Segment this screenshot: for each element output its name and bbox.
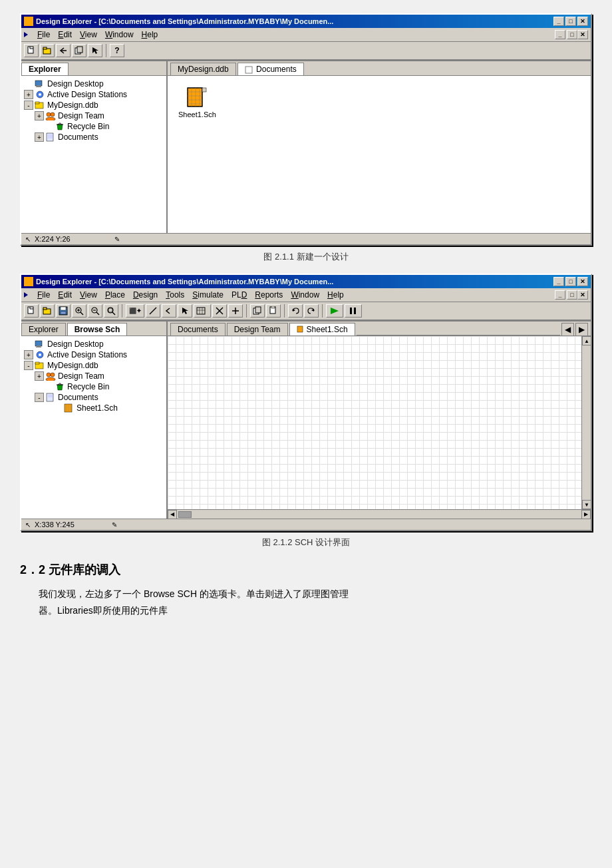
tab2-sheet1[interactable]: Sheet1.Sch xyxy=(289,323,355,335)
content-item-sheet1[interactable]: Sheet1.Sch xyxy=(178,87,216,118)
tb-help-button[interactable]: ? xyxy=(110,44,124,57)
menu2-tools[interactable]: Tools xyxy=(162,289,188,301)
scroll-down-button[interactable]: ▼ xyxy=(582,500,591,509)
menu2-design[interactable]: Design xyxy=(129,289,162,301)
tb-arrow-button[interactable] xyxy=(88,44,102,57)
figure1-inner-titlebar: File Edit View Window Help _ □ ✕ xyxy=(21,28,591,42)
tb2-redo[interactable] xyxy=(304,304,319,318)
expand2-documents[interactable]: - xyxy=(35,393,44,402)
tab2-documents[interactable]: Documents xyxy=(170,323,226,335)
content-label-sheet1: Sheet1.Sch xyxy=(178,110,216,118)
tree-item-recycle[interactable]: + Recycle Bin xyxy=(24,121,164,132)
h-scroll-thumb[interactable] xyxy=(178,511,192,518)
figure2-menubar: File Edit View Place Design Tools Simula… xyxy=(21,288,591,302)
tb2-copy2[interactable] xyxy=(250,304,265,318)
inner-close-button-2[interactable]: ✕ xyxy=(577,290,588,300)
tree-item-stations[interactable]: + Active Design Stations xyxy=(24,89,164,100)
scroll-up-button[interactable]: ▲ xyxy=(582,336,591,345)
inner-minimize-button-2[interactable]: _ xyxy=(555,290,565,300)
tb2-paste[interactable] xyxy=(266,304,281,318)
menu2-edit[interactable]: Edit xyxy=(54,289,76,301)
tree2-item-sheet1[interactable]: + xyxy=(24,403,164,413)
figure1-titlebar-left: Design Explorer - [C:\Documents and Sett… xyxy=(24,17,333,26)
menu-file[interactable]: File xyxy=(33,29,54,41)
menu2-simulate[interactable]: Simulate xyxy=(188,289,228,301)
tree-item-documents[interactable]: + Documents xyxy=(24,132,164,142)
restore-button-2[interactable]: □ xyxy=(565,277,576,286)
minimize-button-2[interactable]: _ xyxy=(553,277,564,286)
menu-view[interactable]: View xyxy=(76,29,101,41)
menu-window[interactable]: Window xyxy=(101,29,138,41)
tb-open-button[interactable] xyxy=(40,44,55,57)
tb2-undo[interactable] xyxy=(288,304,303,318)
tb2-pause[interactable] xyxy=(345,304,362,318)
tree2-item-documents[interactable]: - Documents xyxy=(24,392,164,403)
scroll-right-button[interactable]: ▶ xyxy=(581,510,591,519)
expand-team[interactable]: + xyxy=(35,111,44,120)
tb-copy-button[interactable] xyxy=(72,44,86,57)
tab2-design-team[interactable]: Design Team xyxy=(227,323,288,335)
menu-help[interactable]: Help xyxy=(138,29,162,41)
tb2-run[interactable] xyxy=(326,304,343,318)
tree2-item-recycle[interactable]: + Recycle Bin xyxy=(24,381,164,392)
tb2-place-component[interactable]: ⬛✦ xyxy=(126,304,144,318)
tb2-plus[interactable] xyxy=(228,304,243,318)
tb2-zoom-in[interactable] xyxy=(72,304,86,318)
icon2-sheet1 xyxy=(64,403,75,413)
tree2-label-documents: Documents xyxy=(58,393,98,402)
tree-item-mydesign[interactable]: - MyDesign.ddb xyxy=(24,100,164,110)
inner-close-button[interactable]: ✕ xyxy=(577,30,588,39)
tb2-new[interactable] xyxy=(24,304,39,318)
close-button[interactable]: ✕ xyxy=(577,17,588,26)
menu2-window[interactable]: Window xyxy=(287,289,323,301)
figure1-right-content: Sheet1.Sch xyxy=(168,76,591,233)
menu2-pld[interactable]: PLD xyxy=(228,289,251,301)
tab2-prev[interactable]: ◀ xyxy=(561,323,574,335)
tab-mydesign-ddb[interactable]: MyDesign.ddb xyxy=(170,63,236,75)
menu2-view[interactable]: View xyxy=(76,289,101,301)
vertical-scrollbar[interactable]: ▲ ▼ xyxy=(581,336,591,509)
scroll-left-button[interactable]: ◀ xyxy=(168,510,177,519)
tree2-item-desktop[interactable]: + Design Desktop xyxy=(24,339,164,349)
tab-browse-sch[interactable]: Browse Sch xyxy=(67,323,128,335)
tb-new-button[interactable] xyxy=(24,44,39,57)
tb2-open[interactable] xyxy=(40,304,55,318)
tb2-back[interactable] xyxy=(162,304,176,318)
tree2-item-stations[interactable]: + Active Design Stations xyxy=(24,349,164,360)
menu2-place[interactable]: Place xyxy=(101,289,129,301)
tree-item-team[interactable]: + Design Team xyxy=(24,110,164,121)
inner-restore-button-2[interactable]: □ xyxy=(567,290,577,300)
svg-point-15 xyxy=(47,112,51,116)
tb2-zoom-out[interactable] xyxy=(88,304,102,318)
expand2-team[interactable]: + xyxy=(35,371,44,381)
tb2-wire[interactable] xyxy=(146,304,160,318)
tb2-zoom-fit[interactable] xyxy=(104,304,118,318)
menu2-reports[interactable]: Reports xyxy=(251,289,287,301)
expand2-stations[interactable]: + xyxy=(24,350,33,359)
tb2-save[interactable] xyxy=(56,304,71,318)
tab-explorer-1[interactable]: Explorer xyxy=(21,63,69,75)
svg-rect-8 xyxy=(35,81,42,86)
tb-back-button[interactable] xyxy=(56,44,71,57)
tb2-arrow2[interactable] xyxy=(178,304,192,318)
tab2-next[interactable]: ▶ xyxy=(575,323,588,335)
tab-documents-1[interactable]: Documents xyxy=(237,63,304,75)
tab-explorer-2[interactable]: Explorer xyxy=(21,323,66,335)
menu-edit[interactable]: Edit xyxy=(54,29,76,41)
minimize-button[interactable]: _ xyxy=(553,17,564,26)
tree2-item-mydesign[interactable]: - MyDesign.ddb xyxy=(24,360,164,371)
expand-mydesign[interactable]: - xyxy=(24,101,33,110)
expand2-mydesign[interactable]: - xyxy=(24,361,33,370)
restore-button[interactable]: □ xyxy=(565,17,576,26)
close-button-2[interactable]: ✕ xyxy=(577,277,588,286)
expand-documents[interactable]: + xyxy=(35,132,44,142)
inner-minimize-button[interactable]: _ xyxy=(555,30,565,39)
menu2-file[interactable]: File xyxy=(33,289,54,301)
expand-stations[interactable]: + xyxy=(24,90,33,99)
tree-item-desktop[interactable]: + Design Desktop xyxy=(24,79,164,89)
tb2-x[interactable] xyxy=(212,304,227,318)
menu2-help[interactable]: Help xyxy=(323,289,348,301)
tree2-item-team[interactable]: + Design Team xyxy=(24,371,164,381)
inner-restore-button[interactable]: □ xyxy=(567,30,577,39)
tb2-box[interactable] xyxy=(194,304,211,318)
